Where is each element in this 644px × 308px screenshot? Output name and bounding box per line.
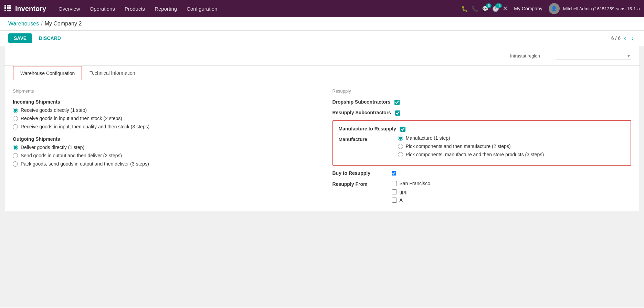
shipments-column: Shipments Incoming Shipments Receive goo… (13, 88, 326, 203)
svg-rect-1 (7, 5, 9, 7)
resupply-from-a-label: A (400, 197, 403, 203)
dropship-subcontractors-label: Dropship Subcontractors (332, 99, 391, 105)
intrastat-row: Intrastat region ▾ (4, 46, 640, 66)
outgoing-radio-1[interactable] (13, 145, 18, 150)
discard-button[interactable]: DISCARD (35, 33, 65, 43)
incoming-shipments-label: Incoming Shipments (13, 99, 312, 105)
manufacture-to-resupply-label: Manufacture to Resupply (339, 126, 396, 131)
svg-rect-3 (4, 7, 6, 9)
incoming-option-3[interactable]: Receive goods in input, then quality and… (13, 124, 312, 129)
resupply-from-gpp-checkbox[interactable] (392, 189, 397, 194)
nav-configuration[interactable]: Configuration (182, 4, 221, 14)
form-card: Intrastat region ▾ Warehouse Configurati… (4, 46, 640, 211)
manufacture-option-2-label: Pick components and then manufacture (2 … (406, 144, 511, 149)
resupply-column: Resupply Dropship Subcontractors Resuppl… (326, 88, 632, 203)
pager-prev[interactable]: ‹ (622, 34, 628, 43)
breadcrumb-separator: / (41, 21, 42, 27)
incoming-radio-3[interactable] (13, 124, 18, 129)
manufacture-option-1-label: Manufacture (1 step) (406, 135, 450, 141)
resupply-from-sf[interactable]: San Francisco (392, 181, 430, 186)
dropship-subcontractors-checkbox[interactable] (394, 100, 400, 105)
nav-products[interactable]: Products (120, 4, 149, 14)
breadcrumb-warehouses[interactable]: Warehouses (8, 21, 39, 27)
pager-next[interactable]: › (630, 34, 636, 43)
breadcrumb-current: My Company 2 (45, 21, 82, 27)
resupply-from-a[interactable]: A (392, 197, 430, 203)
close-icon[interactable]: ✕ (503, 5, 508, 12)
svg-rect-7 (7, 10, 9, 11)
user-name: Mitchell Admin (16151359-saas-15-1-a (563, 6, 640, 11)
debug-icon[interactable]: 🐛 (461, 6, 468, 12)
manufacture-option-1[interactable]: Manufacture (1 step) (398, 135, 625, 141)
shipments-section-title: Shipments (13, 88, 312, 94)
main-content: Intrastat region ▾ Warehouse Configurati… (0, 46, 644, 307)
pager-count: 6 / 6 (611, 35, 621, 41)
incoming-radio-2[interactable] (13, 116, 18, 121)
resupply-subcontractors-checkbox[interactable] (395, 110, 400, 116)
chat-icon[interactable]: 💬6 (482, 6, 489, 12)
nav-reporting[interactable]: Reporting (150, 4, 181, 14)
manufacture-options: Manufacture (1 step) Pick components and… (398, 135, 625, 160)
outgoing-option-3-label: Pack goods, send goods in output and the… (21, 161, 149, 167)
company-name: My Company (514, 6, 542, 11)
outgoing-radio-3[interactable] (13, 161, 18, 167)
resupply-from-row: Resupply From San Francisco gpp (332, 181, 632, 203)
resupply-from-gpp[interactable]: gpp (392, 189, 430, 194)
outgoing-shipments-label: Outgoing Shipments (13, 136, 312, 142)
activity-badge: 46 (495, 3, 502, 8)
buy-to-resupply-row: Buy to Resupply (332, 170, 632, 176)
tab-technical-information[interactable]: Technical Information (82, 66, 142, 80)
activity-icon[interactable]: 🕐46 (492, 6, 499, 12)
resupply-from-options: San Francisco gpp A (392, 181, 430, 203)
chat-badge: 6 (486, 3, 492, 8)
svg-rect-0 (4, 5, 6, 7)
outgoing-option-3[interactable]: Pack goods, send goods in output and the… (13, 161, 312, 167)
phone-icon[interactable]: 📞 (472, 6, 478, 12)
manufacture-to-resupply-checkbox[interactable] (400, 127, 405, 132)
intrastat-dropdown-icon[interactable]: ▾ (627, 53, 631, 59)
resupply-from-sf-checkbox[interactable] (392, 181, 397, 186)
svg-rect-2 (9, 5, 11, 7)
manufacture-inner: Manufacture Manufacture (1 step) Pick co… (339, 135, 625, 160)
outgoing-option-2[interactable]: Send goods in output and then deliver (2… (13, 153, 312, 158)
outgoing-option-2-label: Send goods in output and then deliver (2… (21, 153, 122, 158)
resupply-from-a-checkbox[interactable] (392, 198, 397, 203)
top-navigation: Inventory Overview Operations Products R… (0, 0, 644, 17)
svg-rect-4 (7, 7, 9, 9)
manufacture-radio-2[interactable] (398, 144, 403, 149)
manufacture-box: Manufacture to Resupply Manufacture Manu… (332, 120, 632, 166)
resupply-from-sf-label: San Francisco (400, 181, 430, 186)
manufacture-radio-3[interactable] (398, 152, 403, 157)
intrastat-input[interactable] (556, 52, 627, 60)
intrastat-label: Intrastat region (510, 53, 551, 59)
nav-overview[interactable]: Overview (54, 4, 84, 14)
outgoing-radio-2[interactable] (13, 153, 18, 158)
tab-content-warehouse-configuration: Shipments Incoming Shipments Receive goo… (4, 80, 640, 211)
manufacture-option-2[interactable]: Pick components and then manufacture (2 … (398, 144, 625, 149)
incoming-option-3-label: Receive goods in input, then quality and… (21, 124, 149, 129)
nav-operations[interactable]: Operations (86, 4, 119, 14)
svg-rect-5 (9, 7, 11, 9)
breadcrumb: Warehouses / My Company 2 (0, 17, 644, 31)
tab-warehouse-configuration[interactable]: Warehouse Configuration (13, 66, 82, 80)
incoming-radio-1[interactable] (13, 108, 18, 113)
manufacture-radio-1[interactable] (398, 136, 403, 141)
dropship-subcontractors-row: Dropship Subcontractors (332, 99, 632, 105)
manufacture-label: Manufacture (339, 137, 394, 160)
buy-to-resupply-checkbox[interactable] (392, 171, 396, 176)
incoming-option-1[interactable]: Receive goods directly (1 step) (13, 107, 312, 113)
manufacture-option-3[interactable]: Pick components, manufacture and then st… (398, 152, 625, 157)
outgoing-shipments-group: Outgoing Shipments Deliver goods directl… (13, 136, 312, 167)
save-button[interactable]: SAVE (8, 33, 32, 43)
resupply-subcontractors-row: Resupply Subcontractors (332, 110, 632, 116)
incoming-shipments-group: Incoming Shipments Receive goods directl… (13, 99, 312, 129)
svg-rect-6 (4, 10, 6, 11)
tabs-row: Warehouse Configuration Technical Inform… (4, 66, 640, 80)
incoming-option-2[interactable]: Receive goods in input and then stock (2… (13, 116, 312, 121)
app-grid-icon[interactable] (4, 4, 11, 13)
outgoing-option-1[interactable]: Deliver goods directly (1 step) (13, 145, 312, 150)
buy-to-resupply-label: Buy to Resupply (332, 170, 388, 176)
resupply-from-label: Resupply From (332, 181, 388, 187)
manufacture-option-3-label: Pick components, manufacture and then st… (406, 152, 544, 157)
resupply-section-title: Resupply (332, 88, 632, 94)
